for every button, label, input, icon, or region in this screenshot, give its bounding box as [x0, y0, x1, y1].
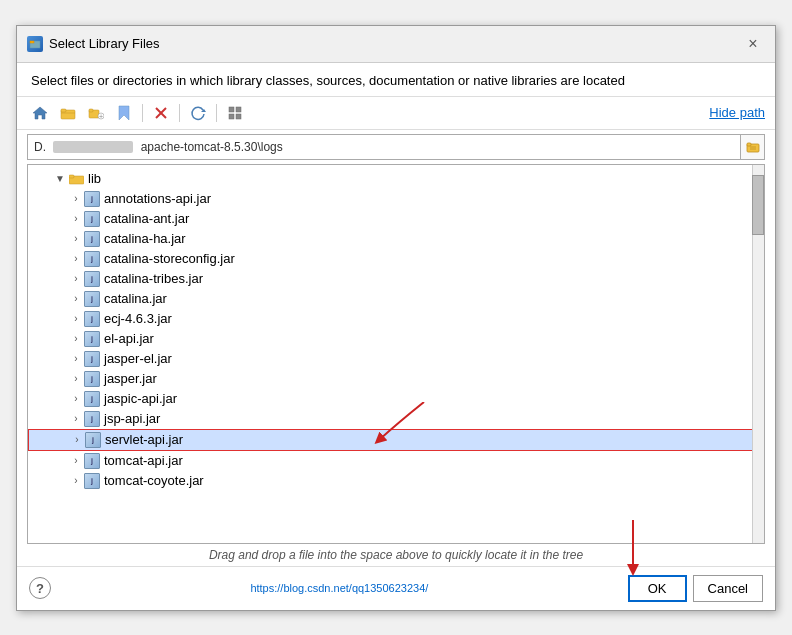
tree-item-catalina[interactable]: › j catalina.jar	[28, 289, 764, 309]
tree-label-el-api: el-api.jar	[104, 331, 154, 346]
svg-rect-14	[229, 107, 234, 112]
new-folder-icon: +	[88, 105, 104, 121]
svg-rect-7	[89, 109, 93, 112]
jar-icon-ecj: j	[84, 311, 100, 327]
help-button[interactable]: ?	[29, 577, 51, 599]
tree-item-jaspic-api[interactable]: › j jaspic-api.jar	[28, 389, 764, 409]
tree-item-catalina-ant[interactable]: › j catalina-ant.jar	[28, 209, 764, 229]
refresh-button[interactable]	[185, 101, 211, 125]
tree-item-catalina-storeconfig[interactable]: › j catalina-storeconfig.jar	[28, 249, 764, 269]
tree-label-tomcat-api: tomcat-api.jar	[104, 453, 183, 468]
jar-icon-annotations: j	[84, 191, 100, 207]
tree-item-lib[interactable]: ▼ lib	[28, 169, 764, 189]
tree-item-jsp-api[interactable]: › j jsp-api.jar	[28, 409, 764, 429]
tree-toggle-el-api[interactable]: ›	[68, 331, 84, 347]
tree-toggle-servlet-api[interactable]: ›	[69, 432, 85, 448]
scrollbar-track[interactable]	[752, 165, 764, 543]
svg-rect-23	[69, 175, 74, 178]
tree-toggle-catalina-storeconfig[interactable]: ›	[68, 251, 84, 267]
svg-marker-2	[33, 107, 47, 119]
tree-item-jasper[interactable]: › j jasper.jar	[28, 369, 764, 389]
lib-children: › j annotations-api.jar › j catalina-ant…	[28, 189, 764, 491]
dialog-description: Select files or directories in which lib…	[17, 63, 775, 97]
new-folder-button[interactable]: +	[83, 101, 109, 125]
tree-toggle-jsp-api[interactable]: ›	[68, 411, 84, 427]
tree-toggle-catalina-ant[interactable]: ›	[68, 211, 84, 227]
jar-icon-jsp-api: j	[84, 411, 100, 427]
tree-label-jsp-api: jsp-api.jar	[104, 411, 160, 426]
tree-item-catalina-tribes[interactable]: › j catalina-tribes.jar	[28, 269, 764, 289]
tree-toggle-jaspic-api[interactable]: ›	[68, 391, 84, 407]
tree-item-el-api[interactable]: › j el-api.jar	[28, 329, 764, 349]
drag-hint: Drag and drop a file into the space abov…	[17, 544, 775, 566]
tree-label-catalina-ant: catalina-ant.jar	[104, 211, 189, 226]
tree-label-servlet-api: servlet-api.jar	[105, 432, 183, 447]
tree-label-annotations: annotations-api.jar	[104, 191, 211, 206]
tree-item-jasper-el[interactable]: › j jasper-el.jar	[28, 349, 764, 369]
tree-label-ecj: ecj-4.6.3.jar	[104, 311, 172, 326]
svg-text:+: +	[99, 113, 103, 120]
tree-item-servlet-api[interactable]: › j servlet-api.jar	[28, 429, 764, 451]
toolbar-separator-3	[216, 104, 217, 122]
action-buttons: OK Cancel	[628, 575, 763, 602]
tree-label-tomcat-coyote: tomcat-coyote.jar	[104, 473, 204, 488]
delete-button[interactable]	[148, 101, 174, 125]
list-view-icon	[227, 105, 243, 121]
file-tree: ▼ lib › j annotations-a	[28, 165, 764, 495]
tree-toggle-jasper[interactable]: ›	[68, 371, 84, 387]
jar-icon-jasper-el: j	[84, 351, 100, 367]
tree-toggle-tomcat-coyote[interactable]: ›	[68, 473, 84, 489]
tree-label-jaspic-api: jaspic-api.jar	[104, 391, 177, 406]
home-button[interactable]	[27, 101, 53, 125]
action-area: OK Cancel	[628, 575, 763, 602]
home-icon	[32, 105, 48, 121]
delete-icon	[153, 105, 169, 121]
bookmark-button[interactable]	[111, 101, 137, 125]
tree-item-annotations-api[interactable]: › j annotations-api.jar	[28, 189, 764, 209]
folder-open-icon	[60, 105, 76, 121]
jar-icon-el-api: j	[84, 331, 100, 347]
file-tree-container[interactable]: ▼ lib › j annotations-a	[27, 164, 765, 544]
svg-rect-15	[236, 107, 241, 112]
ok-button[interactable]: OK	[628, 575, 687, 602]
title-bar: Select Library Files ×	[17, 26, 775, 63]
tree-toggle-catalina-ha[interactable]: ›	[68, 231, 84, 247]
tree-item-ecj[interactable]: › j ecj-4.6.3.jar	[28, 309, 764, 329]
tree-toggle-ecj[interactable]: ›	[68, 311, 84, 327]
svg-rect-1	[30, 41, 34, 43]
jar-icon-jaspic-api: j	[84, 391, 100, 407]
jar-icon-catalina-tribes: j	[84, 271, 100, 287]
hide-path-button[interactable]: Hide path	[709, 105, 765, 120]
svg-rect-19	[747, 143, 751, 146]
tree-item-tomcat-coyote[interactable]: › j tomcat-coyote.jar	[28, 471, 764, 491]
svg-marker-10	[119, 106, 129, 120]
dialog-title: Select Library Files	[49, 36, 160, 51]
folder-open-button[interactable]	[55, 101, 81, 125]
list-view-button[interactable]	[222, 101, 248, 125]
cancel-button[interactable]: Cancel	[693, 575, 763, 602]
tree-toggle-jasper-el[interactable]: ›	[68, 351, 84, 367]
path-bar-browse-icon[interactable]	[740, 135, 764, 159]
tree-toggle-tomcat-api[interactable]: ›	[68, 453, 84, 469]
tree-item-tomcat-api[interactable]: › j tomcat-api.jar	[28, 451, 764, 471]
title-bar-left: Select Library Files	[27, 36, 160, 52]
svg-rect-4	[61, 109, 66, 112]
tree-label-jasper: jasper.jar	[104, 371, 157, 386]
file-tree-wrapper: ▼ lib › j annotations-a	[17, 164, 775, 544]
jar-icon-catalina-ha: j	[84, 231, 100, 247]
tree-toggle-catalina-tribes[interactable]: ›	[68, 271, 84, 287]
tree-toggle-catalina[interactable]: ›	[68, 291, 84, 307]
jar-icon-catalina-ant: j	[84, 211, 100, 227]
folder-icon-lib	[68, 171, 84, 187]
tree-item-catalina-ha[interactable]: › j catalina-ha.jar	[28, 229, 764, 249]
path-bar: D. apache-tomcat-8.5.30\logs	[27, 134, 765, 160]
tree-label-lib: lib	[88, 171, 101, 186]
tree-toggle-annotations[interactable]: ›	[68, 191, 84, 207]
tree-toggle-lib[interactable]: ▼	[52, 171, 68, 187]
tree-label-catalina-ha: catalina-ha.jar	[104, 231, 186, 246]
select-library-files-dialog: Select Library Files × Select files or d…	[16, 25, 776, 611]
jar-icon-servlet-api: j	[85, 432, 101, 448]
url-hint: https://blog.csdn.net/qq1350623234/	[250, 582, 428, 594]
scrollbar-thumb[interactable]	[752, 175, 764, 235]
close-button[interactable]: ×	[741, 32, 765, 56]
